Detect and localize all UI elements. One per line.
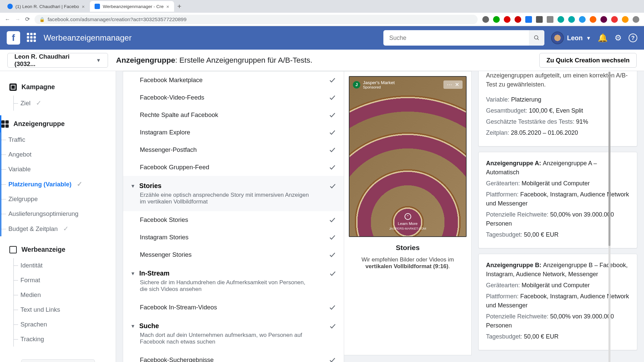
adgroup-summary-box: Anzeigengruppe B: Anzeigengruppe B – Fac… bbox=[478, 254, 637, 350]
placement-label: Messenger Stories bbox=[130, 251, 328, 258]
url-text: facebook.com/adsmanager/creation?act=303… bbox=[48, 16, 186, 22]
page-header: Leon R. Chaudhari (3032... ▼ Anzeigengru… bbox=[0, 50, 644, 71]
adgroup-summary-box: Anzeigengruppe A: Anzeigengruppe A – Aut… bbox=[478, 152, 637, 248]
test-summary-box: Anzeigengruppen aufgeteilt, um einen kor… bbox=[478, 71, 637, 146]
sidebar-item-platzierung[interactable]: Platzierung (Variable)✓ bbox=[2, 177, 116, 192]
anzeigengruppe-icon bbox=[1, 120, 9, 128]
extension-icon[interactable] bbox=[568, 16, 575, 23]
sidebar-item-angebot[interactable]: Angebot bbox=[2, 147, 116, 162]
group-description: Sichere dir im Handumdrehen die Aufmerks… bbox=[130, 277, 312, 296]
check-icon bbox=[328, 146, 336, 154]
sidebar-item-ziel[interactable]: Ziel✓ bbox=[14, 96, 116, 111]
sidebar-item-sprachen[interactable]: Sprachen bbox=[14, 317, 116, 332]
favicon-icon bbox=[95, 4, 100, 9]
extension-icon[interactable] bbox=[611, 16, 618, 23]
extension-icon[interactable] bbox=[547, 16, 553, 23]
preview-description: Wir empfehlen Bilder oder Videos im vert… bbox=[358, 256, 458, 270]
sidebar-head-werbeanzeige[interactable]: Werbeanzeige bbox=[0, 241, 116, 258]
learn-more-label: Learn More bbox=[350, 222, 466, 226]
scrollbar[interactable] bbox=[608, 72, 610, 362]
sidebar-section-anzeigengruppe: Anzeigengruppe Traffic Angebot Variable … bbox=[0, 115, 116, 236]
user-menu[interactable]: Leon ▼ bbox=[551, 32, 591, 44]
sidebar-label: Werbeanzeige bbox=[21, 246, 65, 253]
reload-icon[interactable]: ⟳ bbox=[25, 16, 30, 22]
sidebar-item-zielgruppe[interactable]: Zielgruppe bbox=[2, 192, 116, 206]
sidebar-item-tracking[interactable]: Tracking bbox=[14, 332, 116, 347]
placement-item[interactable]: Messenger-Postfach bbox=[123, 141, 344, 159]
sidebar-head-kampagne[interactable]: Kampagne bbox=[0, 78, 116, 96]
sidebar-item-traffic[interactable]: Traffic bbox=[2, 132, 116, 147]
extension-icon[interactable] bbox=[515, 16, 521, 23]
placement-item[interactable]: Facebook In-Stream-Videos bbox=[123, 299, 344, 316]
placement-group-head[interactable]: ▼Stories Erzähle eine optisch ansprechen… bbox=[123, 176, 344, 211]
sidebar-item-format[interactable]: Format bbox=[14, 273, 116, 288]
more-icon[interactable]: ⋯ bbox=[447, 81, 452, 88]
placement-item[interactable]: Facebook Gruppen-Feed bbox=[123, 159, 344, 176]
forward-icon[interactable]: → bbox=[15, 16, 21, 22]
placement-item[interactable]: Facebook Marketplace bbox=[123, 71, 344, 89]
extension-icon[interactable] bbox=[482, 16, 489, 23]
new-tab-button[interactable]: + bbox=[177, 2, 181, 10]
sidebar-section-kampagne: Kampagne Ziel✓ bbox=[0, 78, 116, 111]
placement-group-head[interactable]: ▼In-Stream Sichere dir im Handumdrehen d… bbox=[123, 263, 344, 299]
url-field[interactable]: 🔒 facebook.com/adsmanager/creation?act=3… bbox=[35, 15, 478, 24]
check-icon bbox=[328, 233, 336, 241]
placement-item[interactable]: Rechte Spalte auf Facebook bbox=[123, 106, 344, 124]
group-title: Suche bbox=[139, 322, 325, 330]
extension-icon[interactable] bbox=[600, 16, 607, 23]
placement-label: Facebook In-Stream-Videos bbox=[130, 304, 328, 311]
close-icon[interactable]: × bbox=[82, 4, 85, 9]
group-description: Erzähle eine optisch ansprechende Story … bbox=[130, 190, 312, 208]
extension-icon[interactable] bbox=[579, 16, 586, 23]
summary-intro: Anzeigengruppen aufgeteilt, um einen kor… bbox=[486, 71, 630, 89]
placement-item[interactable]: Instagram Stories bbox=[123, 229, 344, 246]
brand-avatar-icon: J bbox=[353, 81, 360, 88]
check-icon bbox=[328, 303, 336, 311]
extension-icon[interactable] bbox=[557, 16, 564, 23]
check-icon bbox=[328, 94, 336, 102]
placement-item[interactable]: Facebook Stories bbox=[123, 211, 344, 229]
sidebar-item-medien[interactable]: Medien bbox=[14, 288, 116, 302]
facebook-logo-icon[interactable]: f bbox=[7, 31, 20, 45]
notifications-icon[interactable]: 🔔 bbox=[598, 33, 608, 43]
extension-icon[interactable] bbox=[622, 16, 629, 23]
help-icon[interactable]: ? bbox=[629, 34, 637, 42]
account-selector[interactable]: Leon R. Chaudhari (3032... ▼ bbox=[7, 53, 108, 68]
sidebar-head-anzeigengruppe[interactable]: Anzeigengruppe bbox=[0, 115, 116, 132]
quick-creation-button[interactable]: Zu Quick Creation wechseln bbox=[539, 53, 637, 68]
sidebar-item-auslieferung[interactable]: Auslieferungsoptimierung bbox=[2, 206, 116, 221]
sidebar-item-variable[interactable]: Variable bbox=[2, 162, 116, 177]
settings-gear-icon[interactable]: ⚙ bbox=[614, 33, 622, 43]
tab-title: (1) Leon R. Chaudhari | Facebo bbox=[15, 4, 79, 9]
search-button[interactable] bbox=[529, 30, 544, 46]
close-button[interactable]: Schließen bbox=[21, 359, 95, 362]
check-icon bbox=[328, 251, 336, 259]
extension-icon[interactable] bbox=[525, 16, 532, 23]
chevron-down-icon: ▼ bbox=[586, 35, 591, 41]
back-icon[interactable]: ← bbox=[5, 16, 10, 22]
placement-label: Facebook-Video-Feeds bbox=[130, 94, 328, 101]
extension-icon[interactable] bbox=[504, 16, 511, 23]
summary-column: Anzeigengruppen aufgeteilt, um einen kor… bbox=[472, 71, 637, 355]
search-input[interactable] bbox=[383, 35, 529, 42]
placement-label: Facebook Stories bbox=[130, 216, 328, 224]
extension-icon[interactable] bbox=[493, 16, 500, 23]
extension-icon[interactable] bbox=[633, 16, 639, 23]
extension-icon[interactable] bbox=[536, 16, 543, 23]
close-icon[interactable]: ✕ bbox=[455, 81, 459, 88]
sidebar-item-identitaet[interactable]: Identität bbox=[14, 258, 116, 273]
chevron-down-icon: ▼ bbox=[96, 57, 101, 63]
placement-item[interactable]: Facebook-Suchergebnisse bbox=[123, 351, 344, 362]
placement-item[interactable]: Instagram Explore bbox=[123, 124, 344, 141]
check-icon: ✓ bbox=[77, 180, 83, 188]
sidebar-item-text-links[interactable]: Text und Links bbox=[14, 302, 116, 317]
placement-item[interactable]: Facebook-Video-Feeds bbox=[123, 89, 344, 106]
placement-group-head[interactable]: ▼Suche Mach dort auf dein Unternehmen au… bbox=[123, 316, 344, 351]
close-icon[interactable]: × bbox=[166, 4, 169, 9]
apps-menu-icon[interactable] bbox=[27, 33, 37, 43]
browser-tab[interactable]: (1) Leon R. Chaudhari | Facebo × bbox=[3, 1, 89, 12]
placement-item[interactable]: Messenger Stories bbox=[123, 246, 344, 263]
extension-icon[interactable] bbox=[590, 16, 596, 23]
sidebar-item-budget[interactable]: Budget & Zeitplan✓ bbox=[2, 221, 116, 236]
browser-tab[interactable]: Werbeanzeigenmanager - Cre × bbox=[90, 1, 174, 12]
